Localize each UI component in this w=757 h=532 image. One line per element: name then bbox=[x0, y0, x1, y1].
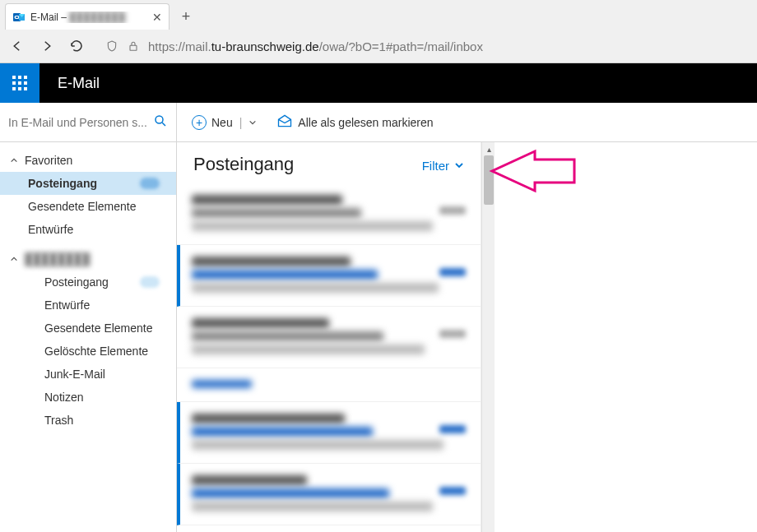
sidebar-item-gesendete-acct[interactable]: Gesendete Elemente bbox=[0, 317, 176, 340]
outlook-icon bbox=[12, 11, 26, 24]
app-launcher-button[interactable] bbox=[0, 63, 39, 103]
new-tab-button[interactable]: + bbox=[174, 5, 197, 28]
chevron-up-icon bbox=[10, 156, 18, 164]
sidebar-item-trash[interactable]: Trash bbox=[0, 409, 176, 432]
unread-badge bbox=[140, 276, 160, 288]
message-item[interactable] bbox=[177, 307, 481, 368]
account-section: ████████ Posteingang Entwürfe Gesendete … bbox=[0, 241, 176, 432]
account-header[interactable]: ████████ bbox=[0, 247, 176, 271]
message-time bbox=[439, 425, 466, 433]
reading-pane bbox=[495, 142, 757, 532]
search-row bbox=[0, 103, 176, 142]
filter-label: Filter bbox=[422, 159, 449, 173]
unread-badge bbox=[140, 178, 160, 189]
browser-tab[interactable]: E-Mail – ████████ ✕ bbox=[5, 3, 170, 30]
sidebar-item-entwuerfe[interactable]: Entwürfe bbox=[0, 218, 176, 241]
content-area: + Neu | Alle als gelesen markieren Poste… bbox=[177, 103, 757, 532]
favorites-label: Favoriten bbox=[25, 154, 72, 167]
favorites-section: Favoriten Posteingang Gesendete Elemente… bbox=[0, 142, 176, 241]
app-title: E-Mail bbox=[58, 75, 100, 92]
sidebar-item-notizen[interactable]: Notizen bbox=[0, 386, 176, 409]
message-item[interactable] bbox=[177, 183, 481, 245]
favorites-header[interactable]: Favoriten bbox=[0, 149, 176, 172]
sidebar-item-label: Posteingang bbox=[44, 275, 109, 289]
app-header: E-Mail bbox=[0, 63, 757, 103]
browser-chrome: E-Mail – ████████ ✕ + https://mail.tu-br… bbox=[0, 0, 757, 63]
list-heading: Posteingang bbox=[193, 154, 294, 175]
scrollbar[interactable]: ▴ bbox=[481, 142, 495, 532]
shield-icon bbox=[105, 39, 118, 53]
message-time bbox=[439, 487, 466, 495]
message-time bbox=[439, 330, 466, 338]
forward-button[interactable] bbox=[38, 37, 56, 55]
chevron-down-icon bbox=[248, 116, 257, 129]
mark-all-read-label: Alle als gelesen markieren bbox=[298, 116, 433, 129]
svg-point-5 bbox=[156, 116, 163, 123]
url-bar[interactable]: https://mail.tu-braunschweig.de/owa/?bO=… bbox=[97, 39, 749, 53]
sidebar-item-label: Entwürfe bbox=[28, 223, 73, 236]
message-list-column: Posteingang Filter bbox=[177, 142, 481, 532]
tab-strip: E-Mail – ████████ ✕ + bbox=[0, 0, 757, 30]
svg-rect-2 bbox=[16, 16, 18, 18]
plus-circle-icon: + bbox=[192, 115, 207, 130]
sidebar-item-geloeschte[interactable]: Gelöschte Elemente bbox=[0, 340, 176, 363]
sidebar: Favoriten Posteingang Gesendete Elemente… bbox=[0, 103, 177, 532]
new-label: Neu bbox=[211, 116, 233, 129]
toolbar: + Neu | Alle als gelesen markieren bbox=[177, 103, 757, 142]
main-layout: Favoriten Posteingang Gesendete Elemente… bbox=[0, 103, 757, 532]
waffle-icon bbox=[12, 76, 27, 90]
chevron-down-icon bbox=[454, 159, 464, 173]
sidebar-item-label: Junk-E-Mail bbox=[44, 368, 105, 381]
new-button[interactable]: + Neu | bbox=[192, 115, 257, 130]
sidebar-item-gesendete[interactable]: Gesendete Elemente bbox=[0, 195, 176, 218]
close-tab-icon[interactable]: ✕ bbox=[152, 11, 162, 24]
chevron-up-icon bbox=[10, 255, 18, 263]
message-time bbox=[439, 268, 466, 276]
url-text: https://mail.tu-braunschweig.de/owa/?bO=… bbox=[148, 39, 483, 53]
message-list bbox=[177, 183, 481, 532]
list-header: Posteingang Filter bbox=[177, 142, 481, 183]
svg-rect-4 bbox=[130, 45, 137, 50]
sidebar-item-junk[interactable]: Junk-E-Mail bbox=[0, 363, 176, 386]
sidebar-item-label: Posteingang bbox=[28, 177, 97, 190]
nav-bar: https://mail.tu-braunschweig.de/owa/?bO=… bbox=[0, 30, 757, 62]
sidebar-item-label: Gesendete Elemente bbox=[28, 200, 137, 213]
search-icon[interactable] bbox=[153, 113, 168, 132]
sidebar-item-label: Trash bbox=[44, 414, 73, 427]
back-button[interactable] bbox=[8, 37, 26, 55]
list-wrap: Posteingang Filter bbox=[177, 142, 757, 532]
tab-title: E-Mail – ████████ bbox=[30, 12, 147, 23]
message-group-header[interactable] bbox=[177, 368, 481, 402]
filter-button[interactable]: Filter bbox=[422, 159, 464, 173]
search-input[interactable] bbox=[8, 116, 153, 129]
sidebar-item-label: Gesendete Elemente bbox=[44, 322, 153, 335]
mark-all-read-button[interactable]: Alle als gelesen markieren bbox=[276, 113, 433, 132]
mail-open-icon bbox=[276, 113, 293, 132]
sidebar-item-label: Gelöschte Elemente bbox=[44, 345, 148, 358]
message-item[interactable] bbox=[177, 245, 481, 307]
message-item[interactable] bbox=[177, 464, 481, 525]
sidebar-item-posteingang-acct[interactable]: Posteingang bbox=[0, 271, 176, 294]
lock-icon bbox=[127, 39, 140, 53]
scroll-thumb[interactable] bbox=[484, 155, 494, 205]
scroll-up-icon[interactable]: ▴ bbox=[482, 142, 495, 155]
sidebar-item-entwuerfe-acct[interactable]: Entwürfe bbox=[0, 294, 176, 317]
account-name-blurred: ████████ bbox=[25, 252, 90, 266]
reload-button[interactable] bbox=[67, 37, 86, 55]
message-time bbox=[439, 206, 466, 215]
message-item[interactable] bbox=[177, 402, 481, 464]
sidebar-item-posteingang[interactable]: Posteingang bbox=[0, 172, 176, 195]
sidebar-item-label: Entwürfe bbox=[44, 298, 90, 312]
sidebar-item-label: Notizen bbox=[44, 391, 83, 404]
